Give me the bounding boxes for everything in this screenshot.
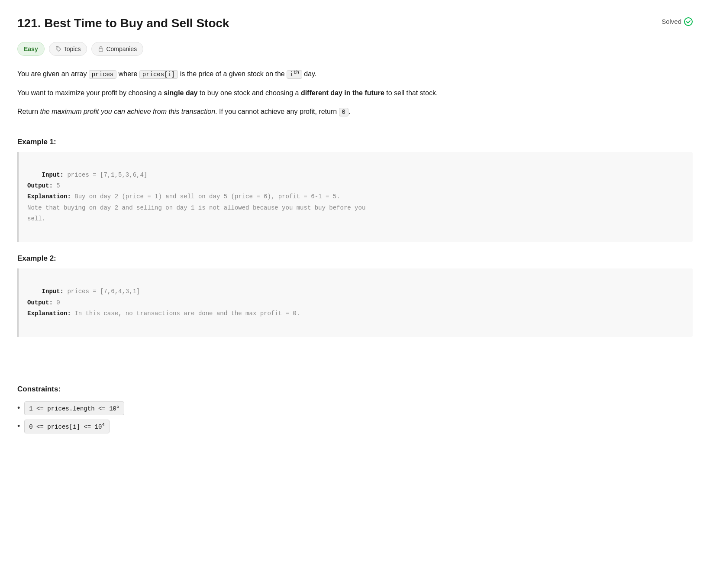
svg-rect-1 (99, 48, 103, 52)
tag-companies[interactable]: Companies (91, 42, 143, 56)
bullet-2: • (17, 420, 20, 433)
solved-label: Solved (662, 16, 681, 27)
desc-p1-suffix: day. (302, 70, 317, 78)
example-2-title: Example 2: (17, 252, 693, 264)
description-para3: Return the maximum profit you can achiev… (17, 106, 693, 118)
description-para2: You want to maximize your profit by choo… (17, 87, 693, 99)
example-1-input-value: prices = [7,1,5,3,6,4] (64, 171, 147, 178)
desc-p2-suffix: to sell that stock. (384, 89, 438, 97)
desc-italic-profit: the maximum profit you can achieve from … (40, 108, 215, 115)
constraint-1: • 1 <= prices.length <= 105 (17, 401, 693, 415)
description-para1: You are given an array prices where pric… (17, 68, 693, 80)
example-1-code: Input: prices = [7,1,5,3,6,4] Output: 5 … (17, 152, 693, 242)
tag-easy[interactable]: Easy (17, 42, 45, 56)
desc-p2-prefix: You want to maximize your profit by choo… (17, 89, 164, 97)
constraint-2-code: 0 <= prices[i] <= 104 (24, 420, 110, 433)
desc-bold-different-day: different day in the future (301, 89, 384, 97)
desc-p3-suffix: . (349, 108, 350, 115)
example-2-input-value: prices = [7,6,4,3,1] (64, 288, 140, 295)
constraints-section: Constraints: • 1 <= prices.length <= 105… (17, 383, 693, 433)
constraint-1-code: 1 <= prices.length <= 105 (24, 401, 124, 415)
desc-p3-prefix: Return (17, 108, 40, 115)
tags-row: Easy Topics Companies (17, 42, 693, 56)
desc-code-i: ith (287, 70, 302, 79)
example-2-explanation-label: Explanation: (27, 310, 71, 317)
example-2-explanation-value: In this case, no transactions are done a… (71, 310, 300, 317)
example-1-input-label: Input: (42, 171, 64, 178)
desc-code-prices: prices (89, 70, 116, 79)
solved-badge: Solved (662, 14, 693, 27)
svg-point-0 (57, 47, 58, 48)
problem-description: You are given an array prices where pric… (17, 68, 693, 118)
example-2-output-label: Output: (27, 299, 53, 306)
example-1-output-label: Output: (27, 182, 53, 189)
desc-code-zero: 0 (339, 108, 349, 116)
example-1-explanation-value: Buy on day 2 (price = 1) and sell on day… (27, 193, 365, 222)
example-1-output-value: 5 (53, 182, 60, 189)
tag-icon (55, 46, 61, 52)
constraint-2: • 0 <= prices[i] <= 104 (17, 420, 693, 433)
example-2-input-label: Input: (42, 288, 64, 295)
desc-bold-single-day: single day (164, 89, 197, 97)
desc-p1-mid2: is the price of a given stock on the (178, 70, 287, 78)
constraints-title: Constraints: (17, 383, 693, 395)
desc-code-prices-i: prices[i] (139, 70, 178, 79)
example-2-code: Input: prices = [7,6,4,3,1] Output: 0 Ex… (17, 268, 693, 337)
example-1: Example 1: Input: prices = [7,1,5,3,6,4]… (17, 136, 693, 242)
example-1-title: Example 1: (17, 136, 693, 148)
problem-title: 121. Best Time to Buy and Sell Stock (17, 14, 229, 33)
desc-p3-mid: . If you cannot achieve any profit, retu… (215, 108, 339, 115)
tag-topics-label: Topics (64, 44, 81, 54)
example-1-explanation-label: Explanation: (27, 193, 71, 200)
desc-p2-mid: to buy one stock and choosing a (198, 89, 301, 97)
lock-icon (98, 46, 104, 52)
bullet-1: • (17, 402, 20, 414)
example-2: Example 2: Input: prices = [7,6,4,3,1] O… (17, 252, 693, 337)
desc-p1-prefix: You are given an array (17, 70, 89, 78)
problem-header: 121. Best Time to Buy and Sell Stock Sol… (17, 14, 693, 33)
desc-p1-mid: where (116, 70, 139, 78)
tag-topics[interactable]: Topics (49, 42, 87, 56)
tag-companies-label: Companies (106, 44, 137, 54)
example-2-output-value: 0 (53, 299, 60, 306)
solved-check-icon (684, 17, 693, 26)
tag-easy-label: Easy (24, 44, 38, 54)
